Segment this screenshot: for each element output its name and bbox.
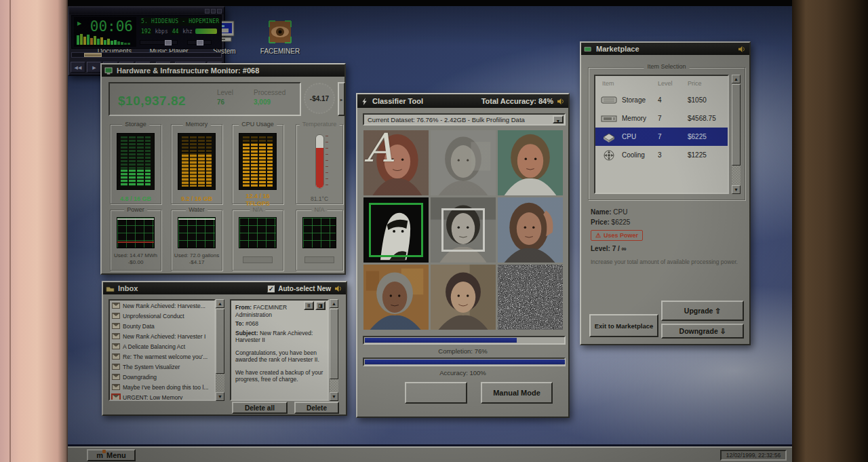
autoselect-checkbox[interactable]: ✓ [267, 285, 275, 292]
level-stat: Level 76 [217, 89, 233, 106]
previous-track-button[interactable]: ◀◀ [71, 62, 85, 73]
message-row[interactable]: New Rank Achieved: Harvester I [110, 331, 214, 341]
freq-unit: khz [182, 28, 192, 35]
table-header: Item Level Price [595, 76, 728, 91]
manual-mode-button[interactable]: Manual Mode [481, 382, 553, 404]
player-titlebar[interactable] [69, 7, 224, 14]
item-table-scrollbar[interactable]: ▲ ▼ [732, 75, 741, 194]
window-title: Inbox [118, 284, 138, 292]
scroll-down-icon[interactable]: ▼ [330, 392, 338, 401]
seek-thumb[interactable] [84, 53, 102, 57]
dataset-dropdown[interactable]: Current Dataset: 76.76% - 2.42GB - Bulk … [363, 113, 566, 126]
temperature-value: 81.1°C [296, 195, 342, 202]
scroll-down-icon[interactable]: ▼ [732, 185, 741, 194]
item-level: 3 [658, 151, 688, 159]
delete-button[interactable]: Delete [294, 402, 339, 414]
face-cell-4[interactable] [363, 197, 429, 263]
monitor-bezel-left [0, 0, 68, 462]
message-row[interactable]: Unprofessional Conduct [110, 311, 214, 321]
noise-cell[interactable] [498, 265, 563, 330]
scroll-down-icon[interactable]: ▼ [216, 392, 224, 401]
downgrade-button[interactable]: Downgrade ⇩ [661, 324, 744, 339]
scroll-up-icon[interactable]: ▲ [330, 299, 338, 308]
menu-button[interactable]: m Menu [87, 449, 136, 461]
expand-panel-button[interactable]: ▸ [338, 82, 345, 116]
scroll-up-icon[interactable]: ▲ [216, 299, 224, 308]
seek-bar[interactable] [71, 52, 222, 58]
face-cell-3[interactable] [498, 130, 563, 195]
play-state-icon: ▶ [77, 20, 81, 26]
na-graph [239, 217, 277, 248]
message-row[interactable]: New Rank Achieved: Harveste... [110, 301, 214, 311]
storage-bar-gauge [117, 133, 155, 190]
inbox-titlebar[interactable]: Inbox ✓ Auto-select New [103, 282, 346, 294]
envelope-icon [112, 374, 120, 380]
message-row[interactable]: Re: The warmest welcome you'... [110, 351, 214, 362]
reading-pane-scrollbar[interactable]: ▲ ▼ [330, 299, 338, 401]
classifier-titlebar[interactable]: Classifier Tool Total Accuracy: 84% [357, 94, 568, 108]
processed-stat: Processed 3,009 [254, 89, 285, 106]
scrollbar-thumb[interactable] [732, 84, 741, 166]
face-cell-2[interactable] [431, 130, 496, 195]
scrollbar-thumb[interactable] [330, 309, 338, 379]
scroll-up-icon[interactable]: ▲ [732, 75, 741, 83]
power-cost: -$0.00 [111, 259, 161, 266]
pause-autoscroll-button[interactable]: II [304, 301, 314, 310]
message-row-urgent[interactable]: URGENT: Low Memory [110, 392, 214, 401]
water-cost: -$4.17 [172, 259, 222, 266]
power-graph [117, 217, 155, 248]
minimize-icon[interactable] [205, 9, 210, 14]
cooling-fan-icon [601, 150, 617, 161]
hardware-monitor-titlebar[interactable]: Hardware & Infrastructure Monitor: #068 [102, 64, 344, 77]
message-list-scrollbar[interactable]: ▲ ▼ [216, 299, 224, 401]
table-row-memory[interactable]: Memory 7 $4568.75 [595, 109, 728, 128]
scroll-lock-icon[interactable]: ◨ [315, 301, 326, 310]
lightning-icon [360, 98, 369, 105]
message-row[interactable]: The System Visualizer [110, 362, 214, 372]
volume-slider[interactable] [140, 40, 178, 45]
table-row-storage[interactable]: Storage 4 $1050 [595, 91, 728, 109]
message-row[interactable]: Bounty Data [110, 321, 214, 331]
desktop-icon-faceminer[interactable]: FACEMINER [258, 18, 302, 55]
balance-slider[interactable] [187, 40, 212, 45]
speaker-icon[interactable] [334, 285, 343, 292]
face-cell-5[interactable] [431, 197, 496, 263]
play-button[interactable]: ▶ [87, 62, 102, 73]
scrollbar-thumb[interactable] [216, 309, 224, 374]
message-row[interactable]: Maybe I've been doing this too l... [110, 382, 214, 392]
item-selection-label: Item Selection [644, 63, 689, 70]
speaker-icon[interactable] [738, 45, 747, 53]
face-cell-6[interactable] [498, 197, 563, 263]
shade-icon[interactable] [211, 9, 216, 14]
name-label: Name: [591, 208, 612, 216]
envelope-icon [112, 364, 120, 370]
slider-thumb[interactable] [197, 40, 203, 45]
delete-all-button[interactable]: Delete all [232, 402, 288, 414]
upgrade-button[interactable]: Upgrade ⇧ [661, 301, 744, 321]
face-cell-1[interactable]: A [363, 130, 429, 195]
power-label: Power [124, 206, 147, 213]
item-table: Item Level Price Storage 4 $1050 Memory … [594, 75, 729, 194]
close-icon[interactable] [217, 9, 222, 14]
volume-bar[interactable] [195, 28, 217, 34]
face-cell-7[interactable] [363, 265, 429, 330]
marketplace-titlebar[interactable]: Marketplace [581, 43, 749, 55]
slider-thumb[interactable] [165, 40, 172, 45]
na-meter-group-2: N/A [296, 210, 343, 271]
exit-marketplace-button[interactable]: Exit to Marketplace [589, 314, 658, 337]
message-subject: URGENT: Low Memory [123, 394, 182, 401]
item-price: $6225 [688, 133, 728, 140]
speaker-icon[interactable] [557, 98, 566, 105]
classify-button[interactable] [405, 382, 467, 404]
thermometer-ticks [326, 136, 328, 187]
message-row[interactable]: A Delicate Balancing Act [110, 341, 214, 351]
message-body-2: We have created a backup of your progres… [235, 369, 324, 383]
accuracy-label: Accuracy: 100% [357, 369, 568, 377]
price-value: $6225 [612, 218, 631, 226]
face-cell-8[interactable] [431, 265, 496, 330]
table-row-cpu-selected[interactable]: CPU 7 $6225 [595, 128, 728, 146]
memory-label: Memory [183, 121, 211, 128]
message-row[interactable]: Downgrading [110, 372, 214, 382]
dropdown-arrow-icon[interactable]: ▼ [553, 115, 564, 123]
table-row-cooling[interactable]: Cooling 3 $1225 [595, 146, 728, 164]
